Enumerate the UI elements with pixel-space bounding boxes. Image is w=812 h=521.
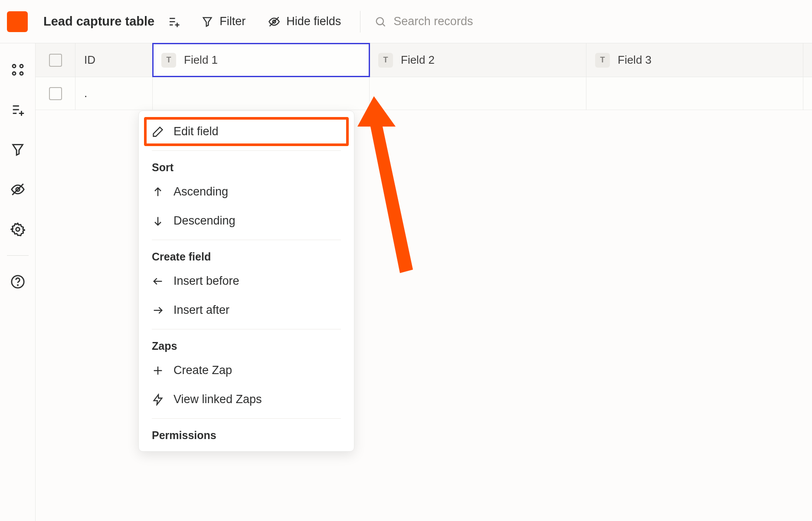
menu-item-create-zap[interactable]: Create Zap	[139, 356, 354, 385]
column-label: Field 1	[184, 53, 218, 67]
select-all-checkbox[interactable]	[49, 54, 62, 67]
sidebar-item-views[interactable]	[10, 62, 25, 77]
text-type-icon: T	[378, 53, 393, 68]
menu-item-insert-before[interactable]: Insert before	[139, 267, 354, 296]
row-cell-field-2[interactable]	[370, 77, 586, 110]
app-logo[interactable]	[7, 11, 28, 32]
toolbar: Lead capture table Filter Hide fields	[0, 0, 812, 43]
arrow-right-icon	[152, 304, 164, 316]
menu-item-ascending[interactable]: Ascending	[139, 177, 354, 206]
menu-item-insert-after[interactable]: Insert after	[139, 296, 354, 325]
gear-icon	[10, 222, 25, 237]
sidebar-item-hide[interactable]	[10, 182, 25, 197]
hide-fields-button[interactable]: Hide fields	[264, 11, 345, 32]
search-wrap[interactable]	[374, 15, 532, 28]
add-view-icon	[167, 15, 180, 28]
svg-point-22	[17, 285, 18, 285]
sidebar-item-filter[interactable]	[10, 142, 25, 157]
pencil-icon	[152, 126, 164, 138]
hide-icon	[268, 16, 280, 28]
menu-label: View linked Zaps	[174, 393, 262, 406]
row-cell-field-3[interactable]	[586, 77, 803, 110]
svg-marker-30	[357, 96, 413, 273]
bolt-icon	[152, 394, 164, 406]
filter-label: Filter	[219, 15, 246, 28]
filter-icon	[201, 16, 213, 28]
column-header-field-1[interactable]: T Field 1	[153, 43, 370, 77]
menu-section-zaps: Zaps	[139, 334, 354, 356]
menu-divider	[152, 240, 341, 240]
menu-divider	[152, 418, 341, 419]
column-header-field-2[interactable]: T Field 2	[370, 43, 586, 77]
menu-divider	[152, 150, 341, 151]
arrow-down-icon	[152, 215, 164, 227]
column-label: Field 3	[618, 53, 652, 67]
svg-point-12	[20, 72, 23, 75]
column-header-id[interactable]: ID	[75, 43, 153, 77]
menu-divider	[152, 329, 341, 329]
column-label: Field 2	[401, 53, 435, 67]
svg-point-7	[377, 17, 383, 24]
row-checkbox[interactable]	[49, 87, 62, 100]
menu-item-descending[interactable]: Descending	[139, 206, 354, 235]
menu-label: Insert after	[174, 303, 229, 317]
menu-label: Ascending	[174, 185, 228, 199]
menu-item-edit-field[interactable]: Edit field	[144, 117, 349, 146]
add-record-icon	[10, 102, 25, 117]
arrow-up-icon	[152, 186, 164, 198]
menu-label: Create Zap	[174, 364, 232, 377]
sidebar-item-add-record[interactable]	[10, 102, 25, 117]
menu-section-create-field: Create field	[139, 244, 354, 267]
table-row[interactable]: .	[36, 77, 812, 110]
plus-icon	[152, 365, 164, 377]
sidebar-item-settings[interactable]	[10, 222, 25, 237]
table-area: ID T Field 1 T Field 2 T Field 3 .	[36, 43, 812, 521]
add-view-button[interactable]	[164, 12, 184, 32]
svg-line-8	[383, 23, 385, 26]
menu-label: Insert before	[174, 274, 239, 288]
help-icon	[10, 274, 25, 289]
svg-point-9	[12, 65, 15, 68]
svg-point-20	[16, 228, 20, 231]
menu-label: Edit field	[174, 125, 219, 138]
row-cell-field-1[interactable]	[153, 77, 370, 110]
search-input[interactable]	[393, 15, 532, 28]
svg-point-10	[20, 65, 23, 68]
row-id-cell[interactable]: .	[75, 77, 153, 110]
menu-section-permissions: Permissions	[139, 423, 354, 445]
header-row: ID T Field 1 T Field 2 T Field 3	[36, 43, 812, 77]
text-type-icon: T	[595, 53, 610, 68]
hide-fields-label: Hide fields	[286, 15, 341, 28]
row-select-cell[interactable]	[36, 77, 75, 110]
table-name[interactable]: Lead capture table	[43, 14, 154, 29]
column-header-field-3[interactable]: T Field 3	[586, 43, 803, 77]
grid-icon	[10, 62, 25, 77]
arrow-left-icon	[152, 275, 164, 287]
sidebar	[0, 43, 36, 521]
annotation-arrow-icon	[344, 96, 422, 278]
svg-point-11	[12, 72, 15, 75]
svg-marker-29	[154, 394, 162, 404]
filter-icon	[10, 142, 25, 157]
column-context-menu: Edit field Sort Ascending Descending Cre…	[138, 111, 354, 452]
filter-button[interactable]: Filter	[197, 11, 250, 32]
search-icon	[374, 16, 386, 28]
sidebar-divider	[7, 255, 29, 256]
select-all-cell[interactable]	[36, 43, 75, 77]
toolbar-divider	[360, 11, 360, 33]
menu-section-sort: Sort	[139, 155, 354, 177]
sidebar-item-help[interactable]	[10, 274, 25, 289]
menu-item-view-linked-zaps[interactable]: View linked Zaps	[139, 385, 354, 414]
menu-label: Descending	[174, 214, 236, 228]
text-type-icon: T	[161, 53, 176, 68]
hide-icon	[10, 182, 25, 197]
